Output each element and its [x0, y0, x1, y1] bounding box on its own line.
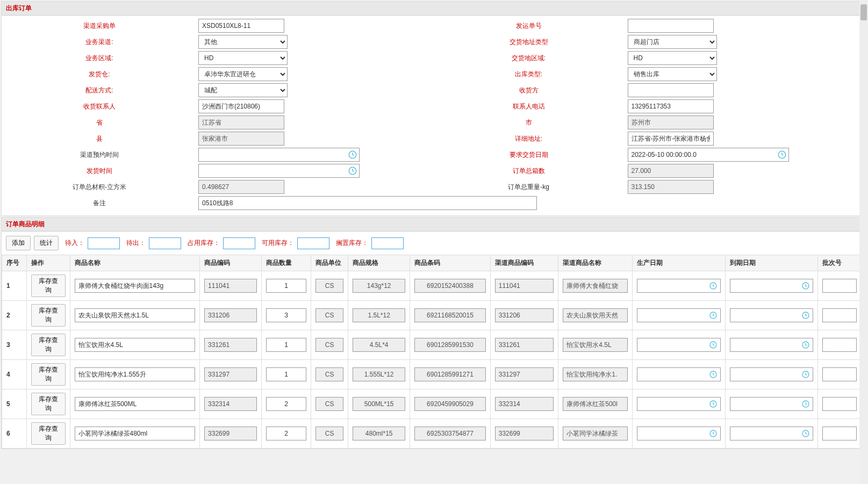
input-channel-po[interactable] — [198, 19, 284, 33]
input-prod-date[interactable] — [637, 367, 721, 381]
input-county — [198, 132, 284, 146]
clock-icon — [801, 341, 810, 349]
input-barcode — [414, 308, 486, 322]
stock-query-button[interactable]: 库存查询 — [31, 304, 66, 327]
input-qty[interactable] — [266, 279, 306, 293]
input-exp-date[interactable] — [730, 338, 814, 352]
add-button[interactable]: 添加 — [6, 236, 31, 250]
vertical-scrollbar[interactable] — [859, 0, 868, 450]
label-delivery-method: 配送方式: — [5, 86, 198, 95]
select-delivery-method[interactable]: 城配 — [198, 83, 288, 97]
input-qty[interactable] — [266, 308, 306, 322]
input-batch[interactable] — [822, 427, 857, 440]
input-contact[interactable] — [198, 99, 284, 113]
input-product-name[interactable] — [75, 338, 196, 352]
input-remark[interactable] — [198, 196, 537, 210]
detail-table: 序号 操作 商品名称 商品编码 商品数量 商品单位 商品规格 商品条码 渠道商品… — [2, 255, 862, 449]
stock-query-button[interactable]: 库存查询 — [31, 422, 66, 445]
order-detail-panel: 订单商品明细 添加 统计 待入： 待出： 占用库存： 可用库存： 搁置库存： 序… — [1, 217, 867, 449]
scroll-thumb[interactable] — [860, 4, 867, 20]
order-form: 渠道采购单 发运单号 业务渠道: 其他 交货地址类型 商超门店 业务区域: HD — [2, 16, 866, 215]
stat-out-input[interactable] — [149, 237, 181, 249]
input-unit — [315, 308, 343, 322]
input-product-name[interactable] — [75, 279, 196, 293]
input-product-name[interactable] — [75, 367, 196, 381]
select-delivery-region[interactable]: HD — [628, 51, 717, 65]
input-exp-date[interactable] — [730, 308, 814, 322]
input-channel-code — [495, 279, 554, 293]
stock-query-button[interactable]: 库存查询 — [31, 334, 66, 356]
input-city — [628, 115, 714, 129]
input-barcode — [414, 279, 486, 293]
input-qty[interactable] — [266, 338, 306, 352]
input-prod-date[interactable] — [637, 308, 721, 322]
stock-query-button[interactable]: 库存查询 — [31, 393, 66, 415]
input-address[interactable] — [628, 132, 714, 146]
stat-in-input[interactable] — [88, 237, 120, 249]
cell-seq: 5 — [2, 389, 27, 419]
label-city: 市 — [434, 118, 628, 127]
input-product-name[interactable] — [75, 397, 196, 411]
input-exp-date[interactable] — [730, 397, 814, 411]
select-delivery-addr-type[interactable]: 商超门店 — [628, 35, 717, 49]
input-prod-date[interactable] — [637, 427, 721, 440]
th-exp-date: 到期日期 — [725, 255, 818, 271]
input-req-date[interactable] — [628, 148, 789, 162]
stat-avail-input[interactable] — [297, 237, 329, 249]
input-ship-time[interactable] — [198, 164, 360, 178]
input-spec — [353, 397, 405, 411]
stock-query-button[interactable]: 库存查询 — [31, 274, 66, 297]
select-biz-region[interactable]: HD — [198, 51, 288, 65]
input-product-name[interactable] — [75, 308, 196, 322]
cell-seq: 3 — [2, 330, 27, 360]
input-qty[interactable] — [266, 397, 306, 411]
input-prod-date[interactable] — [637, 397, 721, 411]
th-batch: 批次号 — [818, 255, 862, 271]
label-appt-time: 渠道预约时间 — [5, 150, 198, 160]
label-channel-po: 渠道采购单 — [5, 21, 198, 31]
input-product-code — [204, 397, 257, 411]
input-batch[interactable] — [822, 397, 857, 411]
input-prod-date[interactable] — [637, 279, 721, 293]
label-total-box: 订单总箱数 — [434, 167, 628, 176]
input-channel-code — [495, 308, 554, 322]
input-appt-time[interactable] — [198, 148, 360, 162]
th-ch-name: 渠道商品名称 — [558, 255, 633, 271]
input-product-name[interactable] — [75, 427, 196, 440]
input-exp-date[interactable] — [730, 367, 814, 381]
stat-out-label: 待出： — [126, 239, 146, 248]
stat-button[interactable]: 统计 — [34, 236, 59, 250]
input-qty[interactable] — [266, 427, 306, 440]
stat-occupy-input[interactable] — [223, 237, 255, 249]
label-province: 省 — [5, 118, 198, 127]
th-op: 操作 — [27, 255, 70, 271]
panel-title-outbound: 出库订单 — [2, 2, 866, 16]
input-shipment-no[interactable] — [628, 19, 714, 33]
stat-idle-input[interactable] — [371, 237, 404, 249]
input-channel-name — [563, 308, 628, 322]
select-out-type[interactable]: 销售出库 — [628, 67, 717, 81]
input-batch[interactable] — [822, 338, 857, 352]
stock-query-button[interactable]: 库存查询 — [31, 363, 66, 386]
input-exp-date[interactable] — [730, 279, 814, 293]
input-qty[interactable] — [266, 367, 306, 381]
input-batch[interactable] — [822, 308, 857, 322]
input-phone[interactable] — [628, 99, 714, 113]
th-code: 商品编码 — [200, 255, 262, 271]
input-prod-date[interactable] — [637, 338, 721, 352]
label-delivery-addr-type: 交货地址类型 — [434, 38, 628, 47]
input-batch[interactable] — [822, 367, 857, 381]
table-row: 4库存查询 — [2, 360, 862, 389]
input-product-code — [204, 367, 257, 381]
stat-avail-label: 可用库存： — [262, 239, 294, 248]
label-total-vol: 订单总材积-立方米 — [5, 183, 198, 192]
th-barcode: 商品条码 — [410, 255, 491, 271]
input-exp-date[interactable] — [730, 427, 814, 440]
clock-icon — [801, 400, 810, 408]
select-biz-channel[interactable]: 其他 — [198, 35, 288, 49]
label-biz-channel: 业务渠道: — [5, 38, 198, 47]
input-receiver[interactable] — [628, 83, 714, 97]
cell-seq: 2 — [2, 301, 27, 330]
input-batch[interactable] — [822, 279, 857, 293]
select-warehouse[interactable]: 卓沛华东宜进研仓 — [198, 67, 288, 81]
